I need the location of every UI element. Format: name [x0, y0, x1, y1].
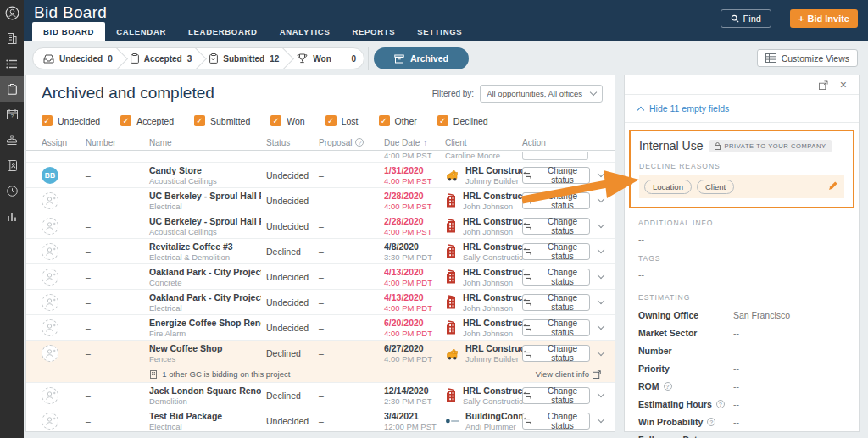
filter-checkbox-lost[interactable]: ✓Lost [326, 115, 359, 126]
pipeline-stage-won[interactable]: Won0 [287, 48, 364, 69]
table-row[interactable]: –Revitalize Coffee #3Electrical & Demoli… [26, 239, 615, 264]
field-value[interactable]: -- [733, 399, 739, 409]
row-dropdown-chevron-icon[interactable] [598, 247, 604, 253]
rail-item-bid-board-clipboard[interactable] [0, 76, 24, 102]
field-value[interactable]: -- [733, 435, 739, 438]
filter-checkbox-other[interactable]: ✓Other [379, 115, 417, 126]
assign-user-button[interactable] [42, 243, 58, 260]
project-name[interactable]: Revitalize Coffee #3 [149, 241, 261, 252]
project-name[interactable]: UC Berkeley - Sproul Hall Renovati... [149, 191, 261, 201]
expand-panel-icon[interactable] [819, 80, 828, 90]
checkbox-checked-icon[interactable]: ✓ [120, 115, 131, 126]
checkbox-checked-icon[interactable]: ✓ [42, 115, 53, 126]
project-name[interactable]: Jack London Square Renovations [149, 385, 261, 396]
rail-item-stamp[interactable] [0, 127, 24, 152]
column-header-name[interactable]: Name [149, 138, 266, 147]
column-header-client[interactable]: Client [445, 138, 522, 147]
column-header-due-date[interactable]: Due Date↑ [384, 138, 445, 147]
column-header-action[interactable]: Action [522, 138, 615, 147]
filter-checkbox-accepted[interactable]: ✓Accepted [120, 115, 174, 126]
row-dropdown-chevron-icon[interactable] [598, 416, 604, 423]
close-panel-icon[interactable]: × [840, 79, 847, 91]
column-header-assign[interactable]: Assign [42, 138, 86, 147]
bid-invite-button[interactable]: + Bid Invite [790, 9, 858, 28]
assign-user-button[interactable] [42, 192, 58, 209]
assign-user-button[interactable] [42, 294, 58, 311]
project-name[interactable]: Oakland Park - City Project [149, 292, 261, 302]
change-status-button[interactable]: Change status [522, 192, 590, 209]
row-dropdown-chevron-icon[interactable] [598, 297, 604, 304]
assignee-avatar[interactable]: BB [42, 167, 58, 184]
tab-analytics[interactable]: ANALYTICS [269, 22, 342, 41]
row-dropdown-chevron-icon[interactable] [598, 272, 604, 279]
checkbox-checked-icon[interactable]: ✓ [326, 115, 337, 126]
change-status-button[interactable]: Change status [522, 413, 590, 430]
filter-checkbox-declined[interactable]: ✓Declined [437, 115, 488, 126]
filter-checkbox-undecided[interactable]: ✓Undecided [42, 115, 100, 126]
tab-bid-board[interactable]: BID BOARD [32, 22, 105, 41]
column-header-proposal[interactable]: Proposal? [319, 138, 384, 147]
column-header-number[interactable]: Number [86, 138, 149, 147]
assign-user-button[interactable] [42, 319, 58, 336]
table-row[interactable]: –UC Berkeley - Sproul Hall Renovati...El… [26, 188, 615, 213]
assign-user-button[interactable] [42, 387, 58, 404]
table-row[interactable]: –Energize Coffee Shop RenovationFire Ala… [26, 315, 615, 341]
tab-reports[interactable]: REPORTS [341, 22, 406, 41]
filter-checkbox-won[interactable]: ✓Won [270, 115, 304, 126]
field-value[interactable]: -- [733, 346, 739, 356]
table-row[interactable]: –Jack London Square RenovationsDemolitio… [26, 383, 615, 408]
change-status-button[interactable]: Change status [522, 243, 590, 260]
field-value[interactable]: -- [733, 381, 739, 391]
decline-tag-location[interactable]: Location [644, 180, 692, 194]
tab-leaderboard[interactable]: LEADERBOARD [177, 22, 269, 41]
table-row[interactable]: –New Coffee ShopFencesDeclined–6/27/2020… [26, 341, 615, 366]
table-row[interactable]: BB–Candy StoreAcoustical CeilingsUndecid… [26, 163, 615, 188]
change-status-button[interactable]: Change status [522, 269, 590, 286]
assign-user-button[interactable] [42, 345, 58, 362]
assign-user-button[interactable] [42, 413, 58, 430]
rail-item-profile[interactable] [0, 0, 24, 25]
checkbox-checked-icon[interactable]: ✓ [379, 115, 390, 126]
checkbox-checked-icon[interactable]: ✓ [270, 115, 281, 126]
customize-views-button[interactable]: Customize Views [757, 49, 858, 67]
field-value[interactable]: -- [733, 328, 739, 338]
field-value[interactable]: -- [733, 417, 739, 427]
project-name[interactable]: Oakland Park - City Project [149, 267, 261, 277]
project-name[interactable]: Energize Coffee Shop Renovation [149, 318, 261, 328]
archived-stage-button[interactable]: Archived [374, 47, 469, 69]
assign-user-button[interactable] [42, 269, 58, 286]
pipeline-stage-submitted[interactable]: Submitted12 [199, 48, 287, 69]
filter-dropdown[interactable]: All opportunities, All offices [480, 85, 603, 103]
table-row[interactable]: –Test Bid PackageElectricalUndecided–3/4… [26, 408, 615, 432]
tab-calendar[interactable]: CALENDAR [105, 22, 177, 41]
rail-item-projects-list[interactable] [0, 51, 24, 76]
rail-item-analytics[interactable] [0, 203, 24, 229]
change-status-button[interactable]: Change status [522, 218, 590, 235]
table-row[interactable]: –Oakland Park - City ProjectElectricalUn… [26, 290, 615, 315]
view-client-info-link[interactable]: View client info [536, 369, 601, 379]
table-row[interactable]: –Oakland Park - City ProjectConcreteUnde… [26, 264, 615, 290]
decline-reasons-field[interactable]: LocationClient [639, 175, 844, 198]
checkbox-checked-icon[interactable]: ✓ [194, 115, 205, 126]
pipeline-stage-undecided[interactable]: Undecided0 [33, 48, 120, 69]
row-dropdown-chevron-icon[interactable] [598, 323, 604, 330]
column-header-status[interactable]: Status [266, 138, 319, 147]
field-value[interactable]: San Francisco [733, 310, 790, 320]
project-name[interactable]: UC Berkeley - Sproul Hall Renovati... [149, 216, 261, 226]
project-name[interactable]: New Coffee Shop [149, 343, 261, 353]
hide-empty-fields-link[interactable]: Hide 11 empty fields [625, 95, 859, 123]
row-dropdown-chevron-icon[interactable] [598, 221, 604, 228]
section-value[interactable]: -- [638, 269, 845, 280]
row-dropdown-chevron-icon[interactable] [598, 391, 604, 397]
decline-tag-client[interactable]: Client [697, 180, 734, 194]
rail-item-contacts[interactable] [0, 152, 24, 178]
section-value[interactable]: -- [638, 234, 845, 244]
change-status-button[interactable]: Change status [522, 387, 590, 404]
row-dropdown-chevron-icon[interactable] [598, 196, 604, 202]
rail-item-calendar[interactable]: ? [0, 102, 24, 127]
pipeline-stage-accepted[interactable]: Accepted3 [120, 48, 200, 69]
change-status-button[interactable]: Change status [522, 345, 590, 362]
find-button[interactable]: Find [721, 9, 771, 28]
change-status-button[interactable]: Change status [522, 167, 590, 184]
assign-user-button[interactable] [42, 218, 58, 235]
